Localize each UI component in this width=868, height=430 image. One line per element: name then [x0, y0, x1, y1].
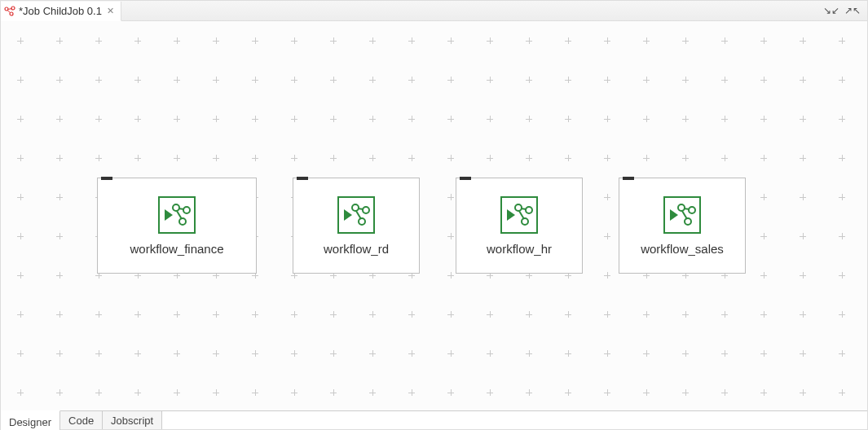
svg-line-28	[682, 211, 687, 219]
svg-point-12	[352, 204, 359, 211]
tab-designer-label: Designer	[9, 416, 51, 428]
svg-line-16	[356, 211, 361, 219]
tab-jobscript[interactable]: Jobscript	[103, 411, 162, 429]
svg-marker-11	[344, 209, 352, 221]
workflow-icon	[663, 196, 701, 234]
nodes-layer: workflow_finance workflow_rd workflow_hr…	[1, 21, 867, 410]
design-canvas[interactable]: workflow_finance workflow_rd workflow_hr…	[1, 21, 867, 410]
svg-line-9	[178, 208, 184, 209]
svg-point-7	[183, 207, 190, 213]
collapse-handle[interactable]	[460, 177, 471, 180]
editor-tab-childjob[interactable]: *Job ChildJob 0.1 ✕	[1, 2, 121, 21]
editor-tab-title: *Job ChildJob 0.1	[19, 5, 102, 17]
window-controls: ↘↙ ↗↖	[822, 1, 867, 20]
svg-point-24	[678, 204, 685, 211]
workflow-node[interactable]: workflow_sales	[619, 178, 746, 274]
svg-point-20	[522, 218, 528, 225]
svg-marker-17	[507, 209, 515, 221]
job-icon	[4, 6, 15, 17]
svg-point-13	[363, 207, 369, 213]
collapse-handle[interactable]	[623, 177, 634, 180]
workflow-node-label: workflow_rd	[324, 242, 389, 256]
svg-point-26	[685, 218, 691, 225]
editor-window: *Job ChildJob 0.1 ✕ ↘↙ ↗↖ workflow_finan…	[0, 0, 868, 430]
svg-line-10	[177, 211, 182, 219]
minimize-icon[interactable]: ↘↙	[822, 6, 841, 15]
workflow-node-label: workflow_sales	[641, 242, 724, 256]
tab-designer[interactable]: Designer	[1, 410, 60, 430]
svg-marker-23	[670, 209, 678, 221]
svg-line-15	[358, 208, 364, 209]
workflow-node[interactable]: workflow_hr	[456, 178, 583, 274]
workflow-icon	[337, 196, 375, 234]
workflow-node-label: workflow_hr	[487, 242, 552, 256]
workflow-node[interactable]: workflow_finance	[97, 178, 257, 274]
collapse-handle[interactable]	[297, 177, 308, 180]
editor-tabbar: *Job ChildJob 0.1 ✕ ↘↙ ↗↖	[1, 1, 867, 21]
svg-marker-5	[165, 209, 173, 221]
bottom-tabbar: Designer Code Jobscript	[1, 410, 867, 429]
svg-line-22	[519, 211, 524, 219]
svg-point-19	[526, 207, 532, 213]
workflow-node[interactable]: workflow_rd	[293, 178, 420, 274]
svg-point-18	[515, 204, 522, 211]
tab-code-label: Code	[68, 415, 94, 427]
tab-code[interactable]: Code	[60, 411, 103, 429]
tabbar-spacer	[121, 1, 822, 20]
svg-point-6	[173, 204, 179, 211]
workflow-icon	[158, 196, 196, 234]
svg-point-25	[689, 207, 695, 213]
svg-line-21	[521, 208, 527, 209]
svg-line-27	[684, 208, 690, 209]
tab-jobscript-label: Jobscript	[111, 415, 153, 427]
svg-point-1	[11, 7, 15, 10]
svg-line-4	[7, 10, 11, 13]
workflow-node-label: workflow_finance	[130, 242, 223, 256]
svg-point-8	[179, 218, 186, 225]
collapse-handle[interactable]	[101, 177, 112, 180]
maximize-icon[interactable]: ↗↖	[843, 6, 862, 15]
close-icon[interactable]: ✕	[105, 7, 116, 15]
workflow-icon	[500, 196, 538, 234]
svg-point-14	[359, 218, 365, 225]
